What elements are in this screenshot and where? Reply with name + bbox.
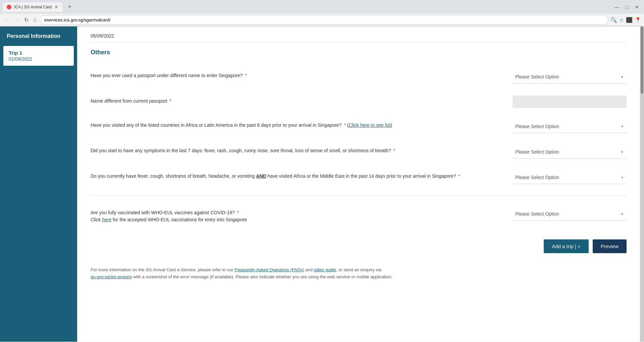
address-bar[interactable] xyxy=(40,15,608,24)
favicon-icon xyxy=(7,5,11,9)
tab-close-button[interactable]: ✕ xyxy=(54,4,58,10)
required-star-q4: * xyxy=(392,148,395,153)
select-wrapper-q1: Please Select Option xyxy=(513,70,627,83)
scrollbar-thumb[interactable] xyxy=(641,26,643,94)
form-row-q3: Have you visited any of the listed count… xyxy=(91,114,627,139)
question-text-q1: Have you ever used a passport under diff… xyxy=(91,70,506,79)
sidebar-trip-card[interactable]: Trip 1 01/09/2022 xyxy=(3,46,74,66)
answer-area-q5: Please Select Option xyxy=(513,171,627,184)
browser-titlebar: ICA | SG Arrival Card ✕ + — □ ✕ xyxy=(0,0,644,14)
select-wrapper-vaccination: Please Select Option xyxy=(513,207,627,221)
trip-date: 01/09/2022 xyxy=(9,56,68,62)
preview-button[interactable]: Preview xyxy=(593,239,627,253)
required-star-vaccination: * xyxy=(236,210,239,215)
footer-end-text: with a screenshot of the error message (… xyxy=(132,274,392,279)
form-row-q2: Name different from current passport * xyxy=(91,90,627,114)
footer-pre-text: For more information on the SG Arrival C… xyxy=(91,267,234,272)
form-section: Have you ever used a passport under diff… xyxy=(91,64,627,229)
section-title: Others xyxy=(91,49,627,56)
back-button[interactable]: ← xyxy=(3,16,11,23)
form-row-vaccination: Are you fully vaccinated with WHO-EUL va… xyxy=(91,201,627,229)
question-text-q5: Do you currently have fever, cough, shor… xyxy=(91,171,506,180)
browser-tab[interactable]: ICA | SG Arrival Card ✕ xyxy=(3,2,62,12)
select-q3[interactable]: Please Select Option xyxy=(513,120,627,133)
question-text-q4: Did you start to have any symptoms in th… xyxy=(91,145,506,154)
answer-area-q2 xyxy=(513,96,627,108)
select-q1[interactable]: Please Select Option xyxy=(513,70,627,83)
date-display: 05/09/2022 xyxy=(91,26,627,42)
required-star-q3: * xyxy=(344,122,346,128)
trip-name: Trip 1 xyxy=(9,50,68,56)
page-wrapper: Personal Information Trip 1 01/09/2022 0… xyxy=(0,26,644,342)
vaccination-click-text: Click xyxy=(91,217,102,222)
select-wrapper-q3: Please Select Option xyxy=(513,120,627,133)
answer-area-vaccination: Please Select Option xyxy=(513,207,627,221)
footer-post-text: , or send an enquiry via xyxy=(336,267,381,272)
minimize-button[interactable]: — xyxy=(612,4,621,10)
refresh-button[interactable]: ↻ xyxy=(23,16,30,24)
select-wrapper-q5: Please Select Option xyxy=(513,171,627,184)
question-text-vaccination: Are you fully vaccinated with WHO-EUL va… xyxy=(91,207,506,223)
form-row-q4: Did you start to have any symptoms in th… xyxy=(91,139,627,165)
extensions-icon[interactable]: ⬛ xyxy=(626,17,633,23)
answer-area-q1: Please Select Option xyxy=(513,70,627,83)
select-q5[interactable]: Please Select Option xyxy=(513,171,627,184)
search-icon[interactable]: 🔍 xyxy=(610,17,617,23)
profile-icon[interactable]: 📍 xyxy=(635,17,641,23)
form-row-q1: Have you ever used a passport under diff… xyxy=(91,64,627,90)
question-text-q2: Name different from current passport * xyxy=(91,96,506,105)
add-trip-button[interactable]: Add a trip | + xyxy=(544,239,588,253)
divider xyxy=(91,195,627,196)
name-different-input[interactable] xyxy=(513,96,627,108)
tab-title: ICA | SG Arrival Card xyxy=(14,5,52,9)
select-vaccination[interactable]: Please Select Option xyxy=(513,207,627,221)
sidebar-title: Personal Information xyxy=(0,33,77,46)
browser-toolbar: ← → ↻ ⌂ 🔍 ☆ ⬛ 📍 xyxy=(0,14,644,26)
window-controls: — □ ✕ xyxy=(612,4,641,10)
required-star-q5: * xyxy=(457,173,460,179)
browser-chrome: ICA | SG Arrival Card ✕ + — □ ✕ ← → ↻ ⌂ … xyxy=(0,0,644,26)
scrollbar-area[interactable] xyxy=(640,26,644,342)
toolbar-icons: 🔍 ☆ ⬛ 📍 xyxy=(610,17,641,23)
maximize-button[interactable]: □ xyxy=(623,4,631,10)
question-text-q3: Have you visited any of the listed count… xyxy=(91,120,506,129)
main-content: 05/09/2022 Others Have you ever used a p… xyxy=(77,26,640,342)
select-wrapper-q4: Please Select Option xyxy=(513,145,627,159)
new-tab-button[interactable]: + xyxy=(65,2,74,12)
required-star-q2: * xyxy=(168,98,171,104)
date-value: 05/09/2022 xyxy=(91,33,114,39)
buttons-row: Add a trip | + Preview xyxy=(91,239,627,260)
faq-link[interactable]: Frequently Asked Questions (FAQs) xyxy=(234,267,304,272)
required-star-q1: * xyxy=(244,73,247,78)
answer-area-q4: Please Select Option xyxy=(513,145,627,159)
forward-button[interactable]: → xyxy=(13,16,21,23)
footer-info: For more information on the SG Arrival C… xyxy=(91,267,627,281)
bookmark-icon[interactable]: ☆ xyxy=(619,17,624,23)
footer-mid-text: and xyxy=(304,267,314,272)
vaccination-here-link[interactable]: here xyxy=(102,217,111,222)
video-guide-link[interactable]: video guide xyxy=(314,267,336,272)
and-emphasis: AND xyxy=(256,173,266,179)
form-row-q5: Do you currently have fever, cough, shor… xyxy=(91,165,627,190)
close-button[interactable]: ✕ xyxy=(633,4,641,10)
answer-area-q3: Please Select Option xyxy=(513,120,627,133)
click-to-see-list-link[interactable]: Click here to see list xyxy=(349,122,391,128)
enquiry-link[interactable]: go.gov.sg/sto-enquiry xyxy=(91,274,132,279)
sidebar: Personal Information Trip 1 01/09/2022 xyxy=(0,26,77,342)
vaccination-post-text: for the accepted WHO-EUL vaccinations fo… xyxy=(111,217,247,222)
home-button[interactable]: ⌂ xyxy=(32,16,38,23)
select-q4[interactable]: Please Select Option xyxy=(513,145,627,159)
